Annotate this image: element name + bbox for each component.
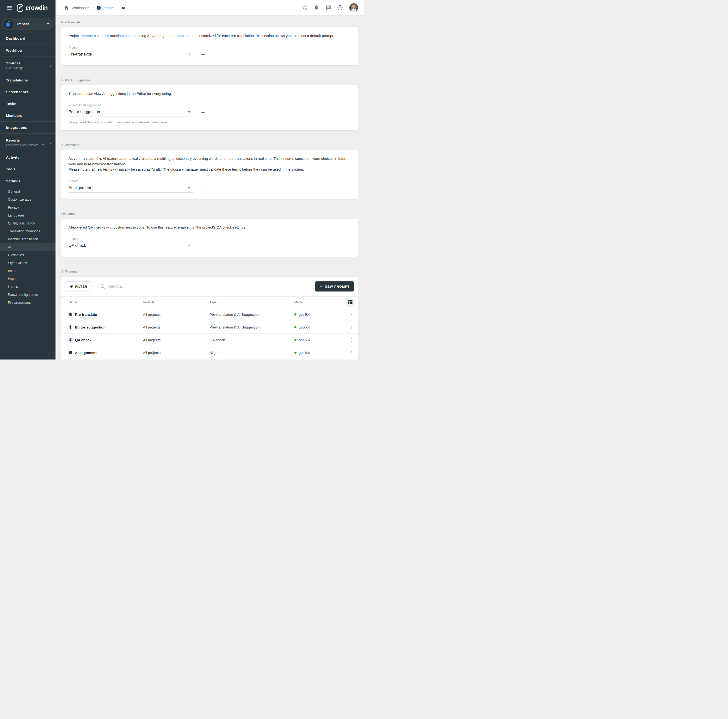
- openai-icon: ✳: [69, 338, 72, 342]
- column-header-visibility: Visibility: [143, 300, 210, 304]
- settings-item-labels[interactable]: Labels: [0, 283, 55, 291]
- table-pagination: Rows per page: 25 1-4 of 4: [61, 359, 358, 360]
- sidebar-item-workflow[interactable]: Workflow: [0, 44, 55, 56]
- settings-item-import[interactable]: Import: [0, 267, 55, 275]
- prompt-label: Prompt for AI suggestion: [69, 104, 351, 107]
- project-name: Impact: [17, 22, 47, 26]
- model-status-dot: [294, 326, 297, 328]
- openai-icon: ✳: [69, 312, 72, 317]
- ai-prompts-card: FILTER + NEW PROMPT Name Visibility Type…: [61, 277, 358, 360]
- settings-item-parser-configuration[interactable]: Parser configuration: [0, 291, 55, 298]
- add-prompt-icon[interactable]: +: [201, 109, 205, 116]
- editor-ai-suggestion-card: Translators can view AI suggestions in t…: [61, 85, 358, 130]
- menu-icon[interactable]: [7, 6, 12, 10]
- settings-item-languages[interactable]: Languages: [0, 211, 55, 219]
- qa-check-prompt-select[interactable]: QA check: [69, 242, 193, 250]
- messages-icon[interactable]: [326, 5, 331, 10]
- sidebar-item-tasks[interactable]: Tasks: [0, 98, 55, 110]
- column-header-model: Model: [294, 300, 343, 304]
- help-icon[interactable]: ?: [337, 5, 343, 10]
- row-menu-icon[interactable]: ⋮: [348, 325, 355, 330]
- chevron-down-icon: [188, 54, 191, 55]
- pre-translation-prompt-select[interactable]: Pre-translate: [69, 50, 193, 59]
- home-icon[interactable]: [63, 5, 69, 10]
- add-prompt-icon[interactable]: +: [201, 51, 205, 58]
- sidebar-item-translations[interactable]: Translations: [0, 74, 55, 86]
- settings-submenu: General Customize tabs Privacy Languages…: [0, 187, 55, 311]
- chevron-right-icon: ›: [117, 5, 119, 10]
- table-row[interactable]: ✳Editor suggestion All projects Pre-tran…: [61, 321, 358, 333]
- project-selector[interactable]: Impact: [2, 18, 54, 30]
- add-prompt-icon[interactable]: +: [201, 185, 205, 191]
- search-icon[interactable]: [302, 5, 307, 10]
- filter-button[interactable]: FILTER: [65, 281, 92, 292]
- breadcrumb: Workspace › Impact › AI: [63, 5, 302, 10]
- new-prompt-button[interactable]: + NEW PROMPT: [315, 281, 354, 292]
- sidebar-item-integrations[interactable]: Integrations: [0, 122, 55, 133]
- model-status-dot: [294, 314, 297, 315]
- row-menu-icon[interactable]: ⋮: [348, 312, 355, 317]
- ai-alignment-description-2: Please note that new terms will initiall…: [69, 167, 351, 172]
- chevron-right-icon: ›: [50, 140, 52, 145]
- row-menu-icon[interactable]: ⋮: [348, 337, 355, 343]
- sidebar-item-sources[interactable]: Sources Files, Strings ›: [0, 57, 55, 74]
- qa-check-description: AI-powered QA checks with custom instruc…: [69, 225, 351, 230]
- sidebar-item-members[interactable]: Members: [0, 110, 55, 121]
- search-icon: [101, 284, 105, 289]
- sidebar: crowdin Impact Dashboard Workflow Source…: [0, 0, 55, 360]
- sidebar-item-activity[interactable]: Activity: [0, 151, 55, 163]
- row-menu-icon[interactable]: ⋮: [348, 350, 355, 355]
- table-row[interactable]: ✳Pre-translate All projects Pre-translat…: [61, 308, 358, 321]
- chevron-right-icon: ›: [50, 63, 52, 68]
- qa-check-card: AI-powered QA checks with custom instruc…: [61, 219, 358, 257]
- sidebar-item-settings[interactable]: Settings: [0, 175, 55, 187]
- sidebar-item-reports[interactable]: Reports Overview, Cost estimate, Transl.…: [0, 134, 55, 151]
- settings-item-general[interactable]: General: [0, 187, 55, 195]
- settings-item-quality-assurance[interactable]: Quality assurance: [0, 219, 55, 227]
- sidebar-gutter: [55, 0, 57, 360]
- sidebar-item-tools[interactable]: Tools: [0, 163, 55, 175]
- breadcrumb-project-avatar: [96, 6, 101, 10]
- ai-alignment-prompt-select[interactable]: AI alignment: [69, 184, 193, 193]
- sidebar-item-screenshots[interactable]: Screenshots: [0, 86, 55, 98]
- plus-icon: +: [320, 284, 323, 289]
- settings-item-glossaries[interactable]: Glossaries: [0, 251, 55, 259]
- settings-item-machine-translation[interactable]: Machine Translation: [0, 235, 55, 243]
- breadcrumb-project[interactable]: Impact: [104, 6, 115, 10]
- breadcrumb-page: AI: [122, 6, 125, 10]
- settings-item-file-processors[interactable]: File processors: [0, 298, 55, 306]
- user-avatar[interactable]: [349, 3, 358, 12]
- settings-item-customize-tabs[interactable]: Customize tabs: [0, 195, 55, 203]
- svg-text:?: ?: [339, 6, 341, 9]
- chevron-down-icon: [188, 187, 191, 189]
- editor-suggestion-helper: Using the AI Suggestion in editor can re…: [69, 120, 351, 124]
- notifications-icon[interactable]: [314, 5, 319, 10]
- prompt-label: Prompt: [69, 237, 351, 240]
- table-row[interactable]: ✳QA check All projects QA check gpt-5.4 …: [61, 333, 358, 346]
- sidebar-item-reports-sub: Overview, Cost estimate, Transl...: [6, 144, 55, 147]
- sidebar-item-sources-sub: Files, Strings: [6, 66, 55, 70]
- search-input[interactable]: [108, 284, 315, 289]
- table-row[interactable]: ✳AI alignment All projects Alignment gpt…: [61, 346, 358, 359]
- chevron-down-icon: [47, 23, 49, 25]
- ai-alignment-card: As you translate, this AI feature automa…: [61, 150, 358, 199]
- settings-item-ai[interactable]: AI: [0, 243, 55, 251]
- settings-item-style-guides[interactable]: Style Guides: [0, 259, 55, 267]
- editor-suggestion-prompt-select[interactable]: Editor suggestion: [69, 108, 193, 117]
- settings-item-privacy[interactable]: Privacy: [0, 203, 55, 211]
- crowdin-logo-text: crowdin: [26, 4, 47, 11]
- add-prompt-icon[interactable]: +: [201, 243, 205, 249]
- sidebar-item-dashboard[interactable]: Dashboard: [0, 32, 55, 44]
- column-header-name: Name: [69, 300, 143, 304]
- settings-item-translation-memories[interactable]: Translation memories: [0, 227, 55, 235]
- section-title-qa-check: QA check: [61, 212, 358, 216]
- crowdin-logo[interactable]: crowdin: [17, 4, 47, 12]
- pre-translation-card: Project members can pre-translate conten…: [61, 28, 358, 65]
- openai-icon: ✳: [69, 325, 72, 329]
- settings-item-export[interactable]: Export: [0, 275, 55, 283]
- chevron-down-icon: [188, 111, 191, 113]
- breadcrumb-workspace[interactable]: Workspace: [72, 6, 90, 10]
- column-settings-button[interactable]: [345, 297, 355, 307]
- section-title-pre-translation: Pre-Translation: [61, 20, 358, 24]
- topbar: Workspace › Impact › AI ?: [57, 0, 364, 15]
